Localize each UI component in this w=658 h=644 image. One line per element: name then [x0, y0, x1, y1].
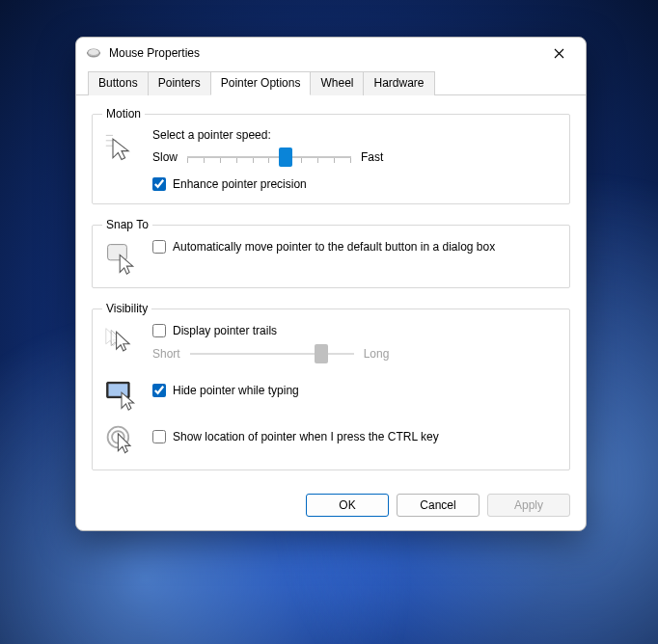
hide-pointer-icon	[104, 377, 139, 412]
snap-to-legend: Snap To	[102, 218, 152, 231]
speed-label: Select a pointer speed:	[152, 128, 560, 142]
svg-point-1	[89, 49, 99, 55]
trails-long-label: Long	[364, 347, 390, 361]
tab-pointers[interactable]: Pointers	[148, 71, 211, 95]
motion-legend: Motion	[102, 107, 145, 121]
hide-pointer-checkbox[interactable]: Hide pointer while typing	[152, 383, 560, 398]
visibility-legend: Visibility	[102, 302, 151, 315]
enhance-precision-checkbox[interactable]: Enhance pointer precision	[152, 176, 560, 192]
speed-fast-label: Fast	[361, 150, 383, 164]
ctrl-locate-label: Show location of pointer when I press th…	[173, 429, 439, 444]
cancel-button[interactable]: Cancel	[397, 494, 480, 517]
tab-wheel[interactable]: Wheel	[310, 71, 364, 95]
close-icon	[554, 48, 564, 59]
mouse-properties-dialog: Mouse Properties Buttons Pointers Pointe…	[75, 37, 587, 531]
titlebar: Mouse Properties	[76, 38, 586, 68]
visibility-group: Visibility Display pointer trails	[92, 302, 570, 470]
motion-pointer-icon	[104, 130, 139, 165]
dialog-button-row: OK Cancel Apply	[76, 494, 586, 530]
ok-button[interactable]: OK	[306, 494, 389, 517]
hide-pointer-label: Hide pointer while typing	[173, 383, 299, 398]
tab-content: Motion Select a pointer speed: Slow	[76, 95, 586, 494]
ctrl-locate-checkbox[interactable]: Show location of pointer when I press th…	[152, 429, 560, 444]
pointer-trails-label: Display pointer trails	[173, 323, 277, 338]
pointer-speed-slider[interactable]	[187, 148, 351, 167]
snap-to-checkbox[interactable]: Automatically move pointer to the defaul…	[152, 239, 560, 255]
snap-to-label: Automatically move pointer to the defaul…	[173, 239, 495, 255]
pointer-trails-checkbox[interactable]: Display pointer trails	[152, 323, 560, 338]
pointer-trails-slider	[190, 344, 354, 363]
trails-short-label: Short	[152, 347, 180, 361]
apply-button: Apply	[487, 494, 570, 517]
ctrl-locate-icon	[104, 423, 139, 458]
tab-pointer-options[interactable]: Pointer Options	[210, 71, 312, 95]
svg-rect-4	[109, 385, 128, 397]
enhance-precision-label: Enhance pointer precision	[173, 176, 307, 192]
tab-strip: Buttons Pointers Pointer Options Wheel H…	[76, 68, 586, 95]
snap-to-group: Snap To Automatically move pointer to th…	[92, 218, 570, 288]
pointer-trails-icon	[104, 325, 139, 360]
mouse-icon	[86, 45, 101, 61]
window-title: Mouse Properties	[109, 46, 537, 60]
snap-to-icon	[104, 241, 139, 276]
tab-hardware[interactable]: Hardware	[363, 71, 434, 95]
motion-group: Motion Select a pointer speed: Slow	[92, 107, 570, 204]
speed-slow-label: Slow	[152, 150, 178, 164]
tab-buttons[interactable]: Buttons	[88, 71, 149, 95]
close-button[interactable]	[537, 40, 580, 67]
